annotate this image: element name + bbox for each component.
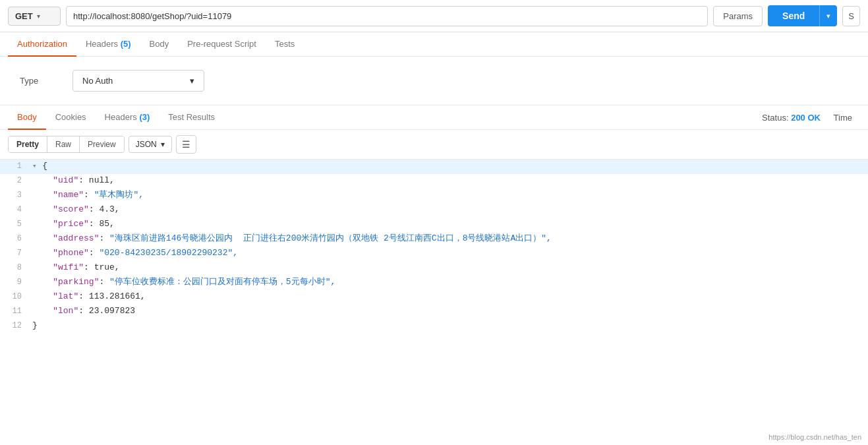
line-number: 11 xyxy=(0,305,30,318)
line-content: ▾ { xyxy=(30,160,868,173)
top-bar: GET ▾ Params Send ▾ S xyxy=(0,0,868,32)
json-line: 5 "price": 85, xyxy=(0,218,868,232)
status-label: Status: xyxy=(762,113,788,123)
json-line: 8 "wifi": true, xyxy=(0,261,868,276)
json-body: 1▾ {2 "uid": null,3 "name": "草木陶坊",4 "sc… xyxy=(0,160,868,420)
line-number: 5 xyxy=(0,218,30,231)
headers-badge: (5) xyxy=(121,39,131,49)
line-content: "wifi": true, xyxy=(30,261,868,275)
resp-tab-body[interactable]: Body xyxy=(8,105,46,130)
line-number: 4 xyxy=(0,203,30,216)
tab-prerequest[interactable]: Pre-request Script xyxy=(178,32,266,57)
tab-body[interactable]: Body xyxy=(140,32,179,57)
resp-headers-badge: (3) xyxy=(139,112,150,122)
json-type-label: JSON xyxy=(136,140,157,149)
json-line: 7 "phone": "020-84230235/18902290232", xyxy=(0,247,868,261)
json-line: 2 "uid": null, xyxy=(0,174,868,189)
line-content: "lon": 23.097823 xyxy=(30,305,868,318)
format-bar: Pretty Raw Preview JSON ▾ ☰ xyxy=(0,130,868,160)
line-number: 7 xyxy=(0,247,30,260)
format-group: Pretty Raw Preview xyxy=(8,136,125,153)
line-content: "name": "草木陶坊", xyxy=(30,189,868,202)
tab-headers[interactable]: Headers (5) xyxy=(76,32,140,57)
response-tabs: Body Cookies Headers (3) Test Results St… xyxy=(0,105,868,130)
resp-tab-headers[interactable]: Headers (3) xyxy=(96,105,159,130)
json-line: 10 "lat": 113.281661, xyxy=(0,290,868,305)
json-line: 12} xyxy=(0,319,868,334)
json-line: 1▾ { xyxy=(0,160,868,174)
status-code: 200 OK xyxy=(791,113,821,123)
wrap-button[interactable]: ☰ xyxy=(176,135,196,154)
params-button[interactable]: Params xyxy=(713,6,763,26)
json-chevron-icon: ▾ xyxy=(161,140,165,149)
request-tabs: Authorization Headers (5) Body Pre-reque… xyxy=(0,32,868,57)
auth-section: Type No Auth ▾ xyxy=(0,57,868,105)
line-number: 3 xyxy=(0,189,30,202)
line-number: 1 xyxy=(0,160,30,173)
line-content: "uid": null, xyxy=(30,174,868,188)
method-select[interactable]: GET ▾ xyxy=(8,7,61,26)
json-line: 6 "address": "海珠区前进路146号晓港公园内 正门进往右200米清… xyxy=(0,232,868,247)
json-line: 9 "parking": "停车位收费标准：公园门口及对面有停车场，5元每小时"… xyxy=(0,276,868,290)
line-content: "lat": 113.281661, xyxy=(30,290,868,304)
json-type-select[interactable]: JSON ▾ xyxy=(129,136,172,153)
method-text: GET xyxy=(15,11,33,21)
type-label: Type xyxy=(20,76,53,86)
line-number: 10 xyxy=(0,290,30,303)
raw-button[interactable]: Raw xyxy=(47,136,80,152)
line-content: "parking": "停车位收费标准：公园门口及对面有停车场，5元每小时", xyxy=(30,276,868,289)
line-number: 6 xyxy=(0,232,30,245)
json-line: 4 "score": 4.3, xyxy=(0,203,868,218)
auth-type-select[interactable]: No Auth ▾ xyxy=(72,70,204,92)
line-content: } xyxy=(30,319,868,333)
resp-tab-test-results[interactable]: Test Results xyxy=(159,105,224,130)
tab-authorization[interactable]: Authorization xyxy=(8,32,76,57)
wrap-icon: ☰ xyxy=(182,139,190,150)
line-number: 12 xyxy=(0,319,30,332)
send-button-group: Send ▾ xyxy=(768,5,837,26)
url-input[interactable] xyxy=(66,6,708,26)
line-number: 9 xyxy=(0,276,30,289)
json-line: 3 "name": "草木陶坊", xyxy=(0,189,868,203)
auth-type-value: No Auth xyxy=(82,76,113,86)
auth-chevron-icon: ▾ xyxy=(190,76,194,86)
resp-tab-cookies[interactable]: Cookies xyxy=(46,105,96,130)
line-number: 2 xyxy=(0,174,30,187)
send-button[interactable]: Send xyxy=(768,5,819,26)
method-chevron-icon: ▾ xyxy=(37,13,40,20)
time-label: Time xyxy=(834,113,852,123)
pretty-button[interactable]: Pretty xyxy=(9,136,47,152)
tab-tests[interactable]: Tests xyxy=(266,32,304,57)
fold-arrow-icon[interactable]: ▾ xyxy=(32,162,41,170)
preview-button[interactable]: Preview xyxy=(80,136,124,152)
response-status: Status: 200 OK Time xyxy=(762,113,860,123)
json-line: 11 "lon": 23.097823 xyxy=(0,305,868,319)
type-row: Type No Auth ▾ xyxy=(20,70,848,92)
line-number: 8 xyxy=(0,261,30,274)
line-content: "price": 85, xyxy=(30,218,868,231)
send-dropdown-button[interactable]: ▾ xyxy=(819,5,837,26)
line-content: "phone": "020-84230235/18902290232", xyxy=(30,247,868,260)
line-content: "score": 4.3, xyxy=(30,203,868,217)
save-button[interactable]: S xyxy=(842,6,860,26)
line-content: "address": "海珠区前进路146号晓港公园内 正门进往右200米清竹园… xyxy=(30,232,868,246)
